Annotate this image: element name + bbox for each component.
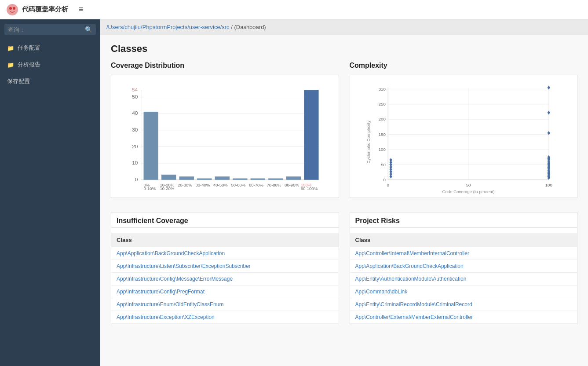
- svg-text:20-30%: 20-30%: [178, 183, 192, 187]
- logo-icon: [6, 4, 18, 16]
- class-cell: App\Command\dbLink: [350, 285, 577, 298]
- table-row[interactable]: App\Controller\External\MemberExternalCo…: [350, 311, 577, 324]
- bar-10-20: [161, 175, 176, 180]
- scatter-point: [389, 161, 392, 165]
- svg-text:0-10%: 0-10%: [144, 187, 156, 191]
- svg-text:Code Coverage (in percent): Code Coverage (in percent): [442, 189, 494, 194]
- sidebar-search-container[interactable]: 🔍: [4, 24, 96, 35]
- table-row[interactable]: App\Entity\AuthenticationModule\Authenti…: [350, 273, 577, 285]
- classes-section-title: Classes: [111, 43, 577, 55]
- svg-text:10: 10: [132, 161, 138, 165]
- svg-text:50-60%: 50-60%: [231, 183, 246, 187]
- svg-text:40-50%: 40-50%: [213, 183, 228, 187]
- insufficient-coverage-title: Insufficient Coverage: [111, 212, 339, 228]
- sidebar-item-save-config[interactable]: 保存配置: [0, 73, 100, 90]
- svg-text:100: 100: [545, 183, 552, 187]
- table-row[interactable]: App\Infrastructure\Exception\XZException: [111, 311, 339, 324]
- svg-text:Cyclomatic Complexity: Cyclomatic Complexity: [366, 121, 371, 164]
- svg-text:80-90%: 80-90%: [285, 183, 299, 187]
- project-risks-table: Class: [350, 233, 577, 247]
- bar-90-100: [304, 90, 318, 180]
- search-icon[interactable]: 🔍: [85, 26, 92, 33]
- bar-50-60: [233, 179, 247, 180]
- bar-60-70: [251, 179, 265, 180]
- breadcrumb-current: (Dashboard): [234, 24, 266, 30]
- sidebar-item-label: 保存配置: [7, 77, 30, 85]
- insufficient-coverage-block: Insufficient Coverage Class App\Applicat…: [111, 212, 339, 324]
- project-risks-scroll[interactable]: App\Controller\Internal\MemberInternalCo…: [350, 247, 577, 324]
- class-link[interactable]: App\Infrastructure\Enum\OldEntityClassEn…: [117, 301, 223, 307]
- class-link[interactable]: App\Infrastructure\Listen\Subscriber\Exc…: [117, 263, 251, 269]
- project-risks-block: Project Risks Class App\Controller\Inter…: [350, 212, 578, 324]
- svg-text:0: 0: [135, 177, 138, 182]
- table-row[interactable]: App\Entity\CriminalRecordModule\Criminal…: [350, 298, 577, 311]
- class-cell: App\Controller\Internal\MemberInternalCo…: [350, 247, 577, 260]
- table-row[interactable]: App\Infrastructure\Listen\Subscriber\Exc…: [111, 260, 339, 273]
- hamburger-button[interactable]: ≡: [79, 5, 84, 14]
- svg-text:50: 50: [381, 162, 386, 167]
- class-link[interactable]: App\Entity\CriminalRecordModule\Criminal…: [355, 301, 472, 307]
- insufficient-coverage-column-header: Class: [111, 233, 339, 247]
- insufficient-coverage-scroll[interactable]: App\Application\BackGroundCheckApplicati…: [111, 247, 339, 324]
- svg-text:250: 250: [378, 102, 385, 106]
- tables-row: Insufficient Coverage Class App\Applicat…: [111, 212, 577, 324]
- coverage-distribution-title: Coverage Distribution: [111, 62, 339, 70]
- class-link[interactable]: App\Command\dbLink: [355, 289, 408, 295]
- sidebar-item-label: 任务配置: [18, 44, 40, 52]
- svg-point-0: [7, 4, 18, 15]
- class-cell: App\Infrastructure\Enum\OldEntityClassEn…: [111, 298, 339, 311]
- sidebar-item-analysis-report[interactable]: 📁 分析报告: [0, 56, 100, 73]
- class-link[interactable]: App\Infrastructure\Config\Message\ErrorM…: [117, 276, 233, 282]
- coverage-distribution-block: Coverage Distribution: [111, 62, 339, 198]
- table-row[interactable]: App\Infrastructure\Config\PregFormat: [111, 285, 339, 298]
- breadcrumb-path[interactable]: /Users/chujilu/PhpstormProjects/user-ser…: [106, 24, 230, 30]
- app-logo: 代码覆盖率分析: [6, 4, 68, 16]
- svg-text:100: 100: [378, 147, 385, 152]
- svg-point-2: [13, 7, 15, 10]
- class-link[interactable]: App\Controller\Internal\MemberInternalCo…: [355, 250, 469, 256]
- svg-text:50: 50: [132, 94, 138, 99]
- table-row[interactable]: App\Command\dbLink: [350, 285, 577, 298]
- scatter-point: [547, 111, 550, 115]
- class-cell: App\Infrastructure\Config\PregFormat: [111, 285, 339, 298]
- class-cell: App\Infrastructure\Exception\XZException: [111, 311, 339, 324]
- folder-icon: 📁: [7, 62, 14, 68]
- project-risks-title: Project Risks: [350, 212, 577, 228]
- class-link[interactable]: App\Infrastructure\Config\PregFormat: [117, 289, 205, 295]
- svg-text:40: 40: [132, 111, 138, 116]
- class-link[interactable]: App\Infrastructure\Exception\XZException: [117, 314, 215, 320]
- search-input[interactable]: [8, 26, 85, 33]
- coverage-distribution-chart: 0 10 20 30 40 50 54: [111, 75, 339, 198]
- table-row[interactable]: App\Controller\Internal\MemberInternalCo…: [350, 247, 577, 260]
- class-cell: App\Entity\CriminalRecordModule\Criminal…: [350, 298, 577, 311]
- class-link[interactable]: App\Entity\AuthenticationModule\Authenti…: [355, 276, 467, 282]
- complexity-title: Complexity: [350, 62, 578, 70]
- table-row[interactable]: App\Infrastructure\Config\Message\ErrorM…: [111, 273, 339, 285]
- class-cell: App\Application\BackGroundCheckApplicati…: [111, 247, 339, 260]
- project-risks-data-table: App\Controller\Internal\MemberInternalCo…: [350, 247, 577, 324]
- bar-80-90: [286, 176, 301, 180]
- svg-text:54: 54: [132, 87, 138, 92]
- svg-text:0: 0: [387, 183, 389, 187]
- svg-text:30: 30: [132, 128, 138, 132]
- class-link[interactable]: App\Application\BackGroundCheckApplicati…: [355, 263, 464, 269]
- project-risks-column-header: Class: [350, 233, 577, 247]
- sidebar-item-task-config[interactable]: 📁 任务配置: [0, 40, 100, 56]
- svg-text:310: 310: [378, 87, 385, 92]
- svg-text:150: 150: [378, 132, 385, 137]
- class-link[interactable]: App\Application\BackGroundCheckApplicati…: [117, 250, 225, 256]
- scatter-point: [389, 175, 392, 179]
- complexity-chart: 0 50 100 150 200 250 310 0 50 100 Cyclom…: [350, 75, 578, 198]
- bar-20-30: [179, 176, 194, 180]
- table-row[interactable]: App\Application\BackGroundCheckApplicati…: [350, 260, 577, 273]
- sidebar-item-label: 分析报告: [18, 61, 40, 69]
- class-link[interactable]: App\Controller\External\MemberExternalCo…: [355, 314, 473, 320]
- table-row[interactable]: App\Infrastructure\Enum\OldEntityClassEn…: [111, 298, 339, 311]
- bar-chart-svg: 0 10 20 30 40 50 54: [115, 81, 335, 194]
- svg-text:10-20%: 10-20%: [160, 187, 174, 191]
- bar-30-40: [197, 179, 212, 180]
- bar-70-80: [268, 179, 283, 180]
- table-row[interactable]: App\Application\BackGroundCheckApplicati…: [111, 247, 339, 260]
- class-cell: App\Controller\External\MemberExternalCo…: [350, 311, 577, 324]
- breadcrumb: /Users/chujilu/PhpstormProjects/user-ser…: [100, 19, 588, 35]
